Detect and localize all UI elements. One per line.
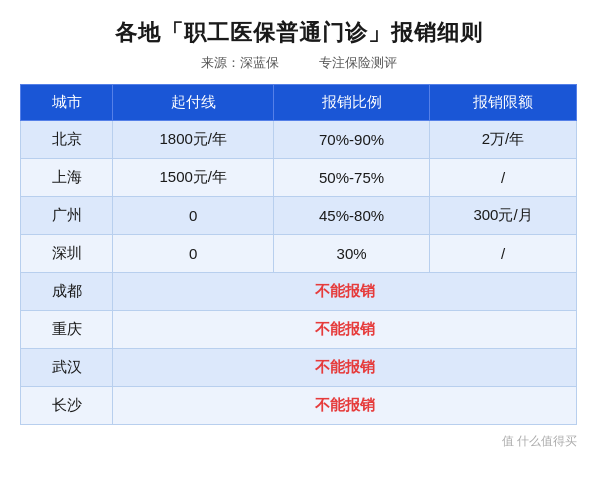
threshold-cell: 0 [113,197,274,235]
limit-cell: / [430,235,577,273]
table-row: 成都不能报销 [21,273,577,311]
limit-cell: / [430,159,577,197]
reimbursement-table: 城市起付线报销比例报销限额 北京1800元/年70%-90%2万/年上海1500… [20,84,577,425]
ratio-cell: 50%-75% [274,159,430,197]
ratio-cell: 30% [274,235,430,273]
no-reimburse-cell: 不能报销 [113,349,577,387]
subtitle-row: 来源：深蓝保 专注保险测评 [201,54,397,72]
table-row: 深圳030%/ [21,235,577,273]
ratio-cell: 45%-80% [274,197,430,235]
city-cell: 重庆 [21,311,113,349]
focus-label: 专注保险测评 [319,54,397,72]
col-header-0: 城市 [21,85,113,121]
table-row: 广州045%-80%300元/月 [21,197,577,235]
city-cell: 武汉 [21,349,113,387]
ratio-cell: 70%-90% [274,121,430,159]
city-cell: 北京 [21,121,113,159]
watermark-text: 值 什么值得买 [502,433,577,450]
table-row: 长沙不能报销 [21,387,577,425]
col-header-3: 报销限额 [430,85,577,121]
no-reimburse-cell: 不能报销 [113,311,577,349]
city-cell: 成都 [21,273,113,311]
city-cell: 广州 [21,197,113,235]
table-row: 重庆不能报销 [21,311,577,349]
table-body: 北京1800元/年70%-90%2万/年上海1500元/年50%-75%/广州0… [21,121,577,425]
no-reimburse-cell: 不能报销 [113,273,577,311]
footer: 值 什么值得买 [20,433,577,450]
no-reimburse-cell: 不能报销 [113,387,577,425]
table-row: 北京1800元/年70%-90%2万/年 [21,121,577,159]
city-cell: 长沙 [21,387,113,425]
threshold-cell: 1500元/年 [113,159,274,197]
threshold-cell: 0 [113,235,274,273]
table-row: 上海1500元/年50%-75%/ [21,159,577,197]
city-cell: 上海 [21,159,113,197]
table-row: 武汉不能报销 [21,349,577,387]
table-header: 城市起付线报销比例报销限额 [21,85,577,121]
limit-cell: 300元/月 [430,197,577,235]
main-title: 各地「职工医保普通门诊」报销细则 [115,18,483,48]
threshold-cell: 1800元/年 [113,121,274,159]
col-header-2: 报销比例 [274,85,430,121]
col-header-1: 起付线 [113,85,274,121]
source-label: 来源：深蓝保 [201,54,279,72]
city-cell: 深圳 [21,235,113,273]
limit-cell: 2万/年 [430,121,577,159]
